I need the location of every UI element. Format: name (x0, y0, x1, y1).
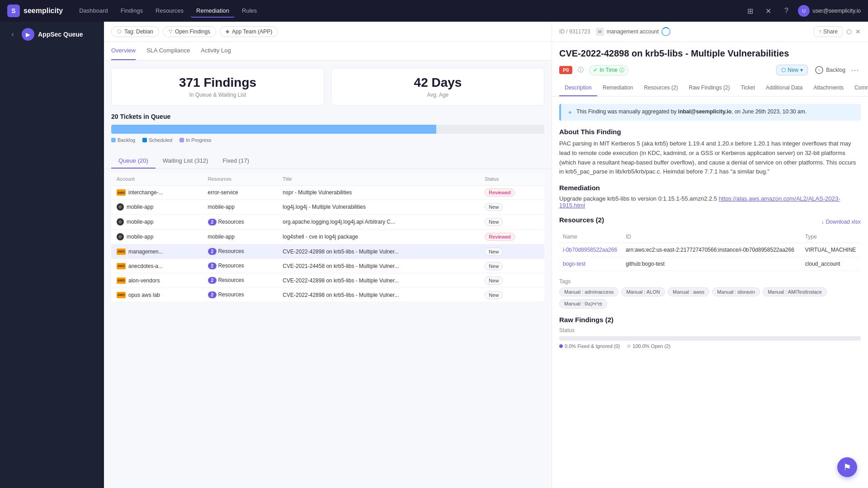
days-stat-card: 42 Days Avg. Age (331, 68, 544, 106)
logo[interactable]: S seemplicity (7, 5, 63, 17)
account-cell: AWSinterchange-... (117, 189, 197, 196)
panel-tab-raw-findings[interactable]: Raw Findings (2) (684, 80, 736, 96)
queue-tab-waiting[interactable]: Waiting List (312) (156, 154, 216, 169)
tab-activity-log[interactable]: Activity Log (201, 42, 231, 60)
panel-title-row: CVE-2022-42898 on krb5-libs - Multiple V… (552, 42, 868, 63)
tab-overview[interactable]: Overview (111, 42, 136, 60)
status-new-dropdown[interactable]: ⬡ New ▾ (776, 65, 808, 75)
title-cell: log4j.log4j - Multiple Vulnerabilities (277, 200, 479, 215)
panel-tab-additional-data[interactable]: Additional Data (760, 80, 808, 96)
close-panel-icon[interactable]: ✕ (855, 28, 861, 35)
chat-float-button[interactable]: ⚑ (837, 457, 857, 477)
filter-app-team[interactable]: ◆ App Team (APP) (220, 26, 278, 37)
table-row[interactable]: AWSinterchange-... error-service nspr - … (111, 186, 544, 200)
fixed-dot (559, 344, 563, 348)
filter-chip-label: Tag: Debian (124, 28, 153, 35)
panel-tab-resources[interactable]: Resources (2) (638, 80, 683, 96)
raw-findings-title: Raw Findings (2) (559, 316, 861, 324)
info-icon[interactable]: ⓘ (578, 66, 584, 74)
nav-resources[interactable]: Resources (150, 5, 189, 18)
in-progress-label: In Progress (186, 137, 211, 143)
external-link-icon[interactable]: ⬡ (846, 28, 852, 35)
download-xlsx-button[interactable]: ↓ Download xlsx (821, 219, 861, 225)
table-row[interactable]: AWSmanagemen... 2 Resources CVE-2022-428… (111, 244, 544, 259)
tag-chip: Manual : פרויקט0 (559, 299, 607, 309)
user-badge[interactable]: U user@seemplicity.io (798, 5, 861, 17)
queue-tab-queue[interactable]: Queue (20) (111, 154, 156, 169)
queue-tab-fixed[interactable]: Fixed (17) (215, 154, 256, 169)
nav-findings[interactable]: Findings (115, 5, 148, 18)
filter-chip-label-2: Open Findings (175, 28, 210, 35)
status-badge: Reviewed (485, 188, 514, 197)
table-row[interactable]: AWSopus aws lab 2 Resources CVE-2022-428… (111, 288, 544, 302)
nav-remediation[interactable]: Remediation (191, 5, 235, 18)
resource-row: i-0b70d8958522aa266 arn:aws:ec2:us-east-… (559, 243, 861, 257)
more-options-button[interactable]: ⋯ (849, 65, 861, 75)
resource-name-link-2[interactable]: bogo-test (563, 261, 585, 267)
account-name: mobile-app (127, 219, 153, 225)
grid-icon[interactable]: ⊞ (744, 5, 756, 17)
status-badge: New (485, 291, 503, 299)
nav-rules[interactable]: Rules (236, 5, 262, 18)
panel-tab-comments[interactable]: Comments (5) (849, 80, 868, 96)
remediation-body: Upgrade package krb5-libs to version 0:1… (559, 195, 717, 202)
resource-name-link[interactable]: i-0b70d8958522aa266 (563, 247, 617, 253)
title-cell: CVE-2022-42898 on krb5-libs - Multiple V… (277, 273, 479, 288)
info-banner: ✦ This Finding was manually aggregated b… (559, 104, 861, 121)
aws-icon: AWS (117, 277, 126, 284)
tag-chip: Manual : awss (668, 287, 709, 296)
filter-bar: ⬡ Tag: Debian ▽ Open Findings ◆ App Team… (104, 22, 552, 42)
table-row[interactable]: ⊙mobile-app mobile-app log4shell - cve i… (111, 230, 544, 244)
panel-tab-ticket[interactable]: Ticket (735, 80, 760, 96)
finding-id: ID / 9311723 (559, 28, 590, 35)
logo-text: seemplicity (24, 7, 63, 15)
management-icon: M (596, 28, 604, 36)
tag-icon: ⬡ (117, 28, 122, 34)
close-icon[interactable]: ✕ (762, 5, 774, 17)
table-row[interactable]: ⊙mobile-app mobile-app log4j.log4j - Mul… (111, 200, 544, 215)
checkmark-icon: ✓ (593, 67, 598, 73)
resource-type: VIRTUAL_MACHINE (802, 243, 861, 257)
filter-tag-debian[interactable]: ⬡ Tag: Debian (111, 26, 159, 37)
panel-tab-attachments[interactable]: Attachments (808, 80, 849, 96)
panel-tab-remediation[interactable]: Remediation (597, 80, 638, 96)
panel-tabs: Description Remediation Resources (2) Ra… (552, 80, 868, 97)
queue-legend: Backlog Scheduled In Progress (111, 137, 544, 143)
status-badge: New (485, 218, 503, 226)
panel-tab-description[interactable]: Description (559, 80, 597, 96)
queue-tabs: Queue (20) Waiting List (312) Fixed (17) (104, 154, 552, 169)
back-button[interactable]: ‹ (7, 29, 18, 40)
fixed-label: 0.0% Fixed & Ignored (0) (565, 343, 620, 349)
account-cell: AWSmanagemen... (117, 249, 197, 255)
account-cell: AWSopus aws lab (117, 292, 197, 298)
resource-cell: error-service (203, 186, 278, 200)
table-row[interactable]: AWSanecdotes-a... 2 Resources CVE-2021-2… (111, 259, 544, 273)
raw-status-bar (559, 336, 861, 341)
account-name: managemen... (128, 249, 163, 255)
backlog-label: Backlog (118, 137, 135, 143)
account-name: alon-vendors (128, 277, 160, 284)
about-title: About This Finding (559, 128, 861, 136)
account-cell: ⊙mobile-app (117, 203, 197, 211)
resource-count-badge: 2 (208, 277, 217, 284)
resource-count-badge: 2 (208, 248, 217, 255)
tab-sla-compliance[interactable]: SLA Compliance (146, 42, 190, 60)
share-button[interactable]: ↑ Share (814, 26, 843, 37)
title-cell: CVE-2022-42898 on krb5-libs - Multiple V… (277, 288, 479, 302)
legend-backlog: Backlog (111, 137, 135, 143)
topnav: S seemplicity Dashboard Findings Resourc… (0, 0, 868, 22)
status-badge: New (485, 262, 503, 270)
open-pct: 100.0% Open (2) (627, 343, 670, 349)
tags-section: Tags Manual : adminaccess Manual : ALON … (559, 278, 861, 309)
table-row[interactable]: AWSalon-vendors 2 Resources CVE-2022-428… (111, 273, 544, 288)
status-badge: New (485, 248, 503, 256)
table-row[interactable]: ⊙mobile-app 2 Resources org.apache.loggi… (111, 215, 544, 230)
aws-icon: AWS (117, 189, 126, 196)
title-cell: nspr - Multiple Vulnerabilities (277, 186, 479, 200)
resource-cell: 2 Resources (203, 273, 278, 288)
filter-open-findings[interactable]: ▽ Open Findings (163, 26, 216, 37)
resource-type-2: cloud_account (802, 257, 861, 271)
nav-dashboard[interactable]: Dashboard (74, 5, 113, 18)
management-name: management account (607, 28, 659, 35)
help-icon[interactable]: ? (780, 5, 793, 17)
